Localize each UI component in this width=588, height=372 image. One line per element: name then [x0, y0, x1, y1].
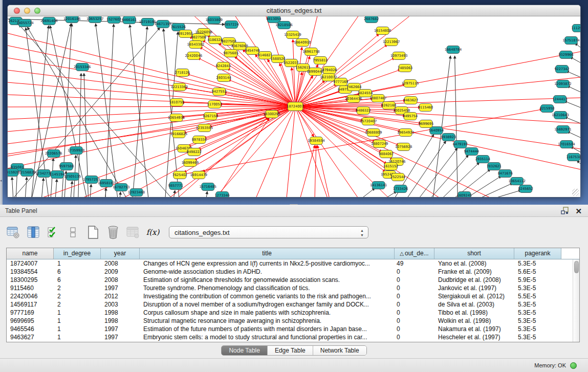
graph-node[interactable]: 9857771: [168, 182, 183, 190]
graph-node[interactable]: 15751874: [562, 37, 579, 45]
column-header-name[interactable]: name: [7, 248, 54, 259]
graph-node[interactable]: 9245652: [518, 185, 533, 193]
graph-node[interactable]: 3824554: [358, 90, 373, 97]
tab-node-table[interactable]: Node Table: [222, 346, 268, 355]
panel-divider[interactable]: ◂: [0, 0, 3, 205]
graph-node[interactable]: 1273346: [215, 192, 230, 198]
graph-node[interactable]: 10756928: [395, 143, 412, 151]
graph-node[interactable]: 12505135: [64, 173, 81, 181]
network-table-select[interactable]: citations_edges.txt ▲▼: [169, 226, 368, 238]
graph-node[interactable]: 12213363: [171, 83, 188, 91]
graph-node[interactable]: 8262160: [381, 102, 396, 110]
graph-node[interactable]: 8186328: [208, 36, 223, 44]
graph-node[interactable]: 7832621: [487, 163, 502, 170]
graph-node[interactable]: 1244413: [552, 96, 567, 103]
graph-node[interactable]: 12975115: [402, 80, 419, 87]
graph-node[interactable]: 12213967: [383, 38, 400, 46]
table-row[interactable]: 946362711997Embryonic stem cells: a mode…: [7, 333, 573, 341]
table-scrollbar[interactable]: [573, 259, 579, 342]
graph-node[interactable]: 1527602: [106, 16, 121, 24]
graph-node[interactable]: 8471676: [498, 170, 513, 178]
graph-node[interactable]: 16961758: [302, 48, 319, 56]
graph-node[interactable]: 10653257: [86, 16, 103, 23]
graph-node[interactable]: 6479197: [453, 141, 468, 148]
network-view-window[interactable]: citations_edges.txt 26213721405572420691…: [7, 5, 581, 198]
graph-node[interactable]: 9329966: [558, 51, 573, 59]
graph-node[interactable]: 20691406: [40, 17, 57, 25]
graph-node[interactable]: 1810755: [169, 99, 184, 106]
graph-node[interactable]: 20364436: [345, 95, 362, 103]
graph-node[interactable]: 16154808: [374, 27, 391, 35]
graph-node[interactable]: 9777169: [333, 78, 348, 86]
graph-node[interactable]: 1167534: [566, 154, 580, 161]
graph-node[interactable]: 8938923: [441, 134, 456, 141]
graph-node[interactable]: 16782753: [113, 184, 129, 191]
graph-node[interactable]: 18724007: [287, 102, 303, 111]
graph-node[interactable]: 9875685: [224, 50, 238, 57]
graph-node[interactable]: 7857224: [224, 21, 239, 29]
graph-node[interactable]: 16099469: [182, 159, 199, 167]
graph-node[interactable]: 16543382: [187, 41, 204, 49]
graph-node[interactable]: 6466161: [122, 16, 137, 24]
graph-node[interactable]: 8267150: [203, 113, 218, 120]
graph-node[interactable]: 8215958: [539, 105, 554, 113]
graph-node[interactable]: 10654112: [508, 178, 525, 185]
graph-node[interactable]: 9495754: [403, 113, 418, 120]
graph-node[interactable]: 20206576: [45, 150, 62, 158]
graph-node[interactable]: 19654923: [397, 129, 414, 137]
graph-node[interactable]: 10807467: [369, 95, 386, 102]
graph-node[interactable]: 7485063: [398, 64, 412, 72]
graph-node[interactable]: 20153346: [74, 63, 91, 71]
graph-node[interactable]: 7955812: [313, 57, 328, 64]
tab-edge-table[interactable]: Edge Table: [268, 346, 313, 355]
graph-node[interactable]: 1145194: [50, 171, 64, 179]
column-header-pagerank[interactable]: pagerank: [514, 248, 561, 259]
graph-node[interactable]: 12353593: [196, 124, 213, 132]
table-row[interactable]: 977716911998Corpus callosum shape and si…: [7, 309, 573, 317]
delete-table-icon[interactable]: [106, 226, 120, 239]
graph-node[interactable]: 10973493: [390, 52, 407, 60]
graph-node[interactable]: 1112953: [571, 25, 580, 32]
collapse-arrow-icon[interactable]: ◂: [0, 178, 3, 183]
scrollbar-thumb[interactable]: [574, 261, 579, 273]
float-panel-icon[interactable]: [561, 207, 569, 215]
graph-node[interactable]: 9486322: [356, 107, 371, 115]
graph-node[interactable]: 2687682: [364, 16, 379, 23]
graph-node[interactable]: 12923468: [128, 189, 145, 196]
select-all-rows-icon[interactable]: [46, 226, 60, 239]
graph-node[interactable]: 16210643: [552, 112, 569, 119]
graph-node[interactable]: 9884067: [379, 150, 394, 158]
graph-node[interactable]: 18807249: [371, 140, 388, 148]
table-row[interactable]: 946554611997Estimation of the future num…: [7, 325, 573, 333]
graph-node[interactable]: 8912955: [178, 30, 193, 38]
graph-node[interactable]: 16648784: [445, 46, 462, 54]
function-builder-icon[interactable]: f(x): [146, 226, 160, 239]
table-row[interactable]: 1872400712008Changes of HCN gene express…: [7, 259, 573, 268]
window-titlebar[interactable]: citations_edges.txt: [8, 5, 580, 16]
graph-node[interactable]: 15692971: [554, 126, 571, 134]
graph-node[interactable]: 2803144: [216, 74, 231, 82]
window-resize-grip[interactable]: [572, 189, 579, 196]
table-row[interactable]: 1830029562008Estimation of significance …: [7, 276, 573, 284]
graph-node[interactable]: 9427552: [212, 88, 227, 96]
graph-node[interactable]: 19166825: [170, 130, 187, 138]
graph-node[interactable]: 14055724: [16, 19, 33, 27]
graph-node[interactable]: 9827506: [191, 34, 206, 41]
graph-node[interactable]: 2522544: [390, 173, 405, 181]
graph-node[interactable]: 15716485: [200, 183, 216, 191]
table-row[interactable]: 969969511998Structural magnetic resonanc…: [7, 317, 573, 325]
network-canvas[interactable]: 2621372140557242069140612016186106532571…: [8, 16, 580, 197]
memory-status-icon[interactable]: [570, 362, 577, 369]
graph-node[interactable]: 10719195: [139, 18, 156, 26]
graph-node[interactable]: 15720407: [360, 118, 377, 125]
graph-node[interactable]: 7462664: [346, 83, 361, 91]
table-row[interactable]: 1456911722003Disruption of a novel membe…: [7, 300, 573, 309]
graph-node[interactable]: 9115460: [418, 104, 433, 112]
column-header-title[interactable]: title: [140, 248, 395, 259]
graph-node[interactable]: 12156829: [18, 169, 35, 177]
graph-node[interactable]: 18990448: [307, 68, 323, 76]
graph-node[interactable]: 10654935: [168, 114, 185, 122]
graph-node[interactable]: 1170057: [207, 101, 222, 108]
graph-node[interactable]: 22420046: [185, 52, 202, 60]
column-header-short[interactable]: short: [434, 248, 514, 259]
